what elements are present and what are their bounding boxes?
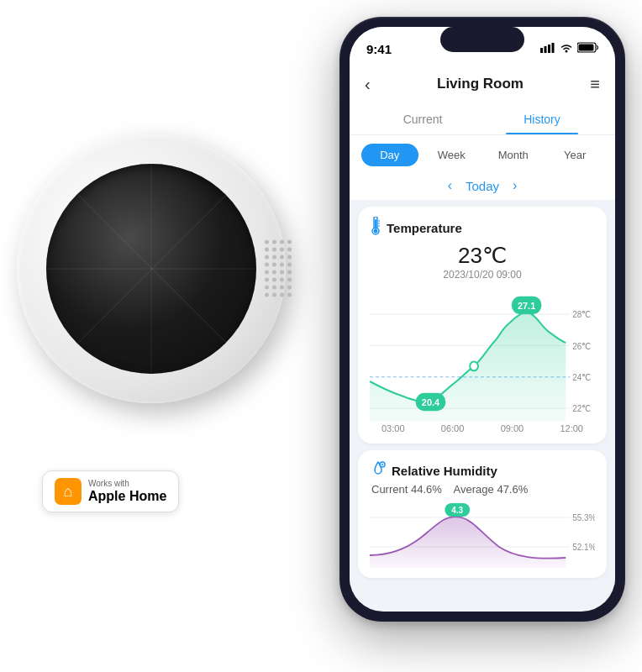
- date-nav: ‹ Today ›: [350, 175, 615, 200]
- phone-frame: 9:41: [339, 17, 625, 622]
- svg-rect-0: [540, 48, 543, 53]
- svg-text:4.3: 4.3: [451, 506, 463, 515]
- dynamic-island: [440, 27, 524, 52]
- apple-home-icon: ⌂: [55, 478, 82, 505]
- device-container: ⌂ Works with Apple Home: [17, 134, 303, 496]
- x-label-0: 03:00: [382, 423, 405, 433]
- humidity-icon: [370, 460, 387, 481]
- nav-bar: ‹ Living Room ≡: [350, 64, 615, 104]
- tab-current[interactable]: Current: [363, 104, 482, 134]
- signal-icon: [540, 43, 555, 55]
- temp-card-title: Temperature: [387, 221, 462, 235]
- device-screen: [46, 164, 256, 374]
- period-selector: Day Week Month Year: [350, 135, 615, 175]
- scene: ⌂ Works with Apple Home 9:41: [0, 0, 642, 672]
- phone-container: 9:41: [339, 17, 625, 622]
- svg-text:26℃: 26℃: [572, 341, 591, 350]
- chart-x-labels: 03:00 06:00 09:00 12:00: [370, 422, 595, 433]
- x-label-1: 06:00: [441, 423, 465, 433]
- period-year-button[interactable]: Year: [547, 144, 604, 166]
- temp-date: 2023/10/20 09:00: [370, 269, 595, 281]
- svg-text:28℃: 28℃: [572, 310, 591, 319]
- wifi-icon: [560, 43, 573, 55]
- home-icon-glyph: ⌂: [64, 483, 73, 501]
- svg-text:27.1: 27.1: [518, 300, 535, 310]
- nav-back-button[interactable]: ‹: [365, 75, 371, 94]
- svg-rect-2: [548, 45, 550, 53]
- svg-point-9: [374, 229, 378, 234]
- humidity-current-value: 44.6%: [411, 483, 442, 496]
- temp-card-header: Temperature: [370, 217, 595, 239]
- apple-home-text: Works with Apple Home: [88, 479, 166, 504]
- status-time: 9:41: [366, 42, 392, 56]
- date-prev-button[interactable]: ‹: [448, 178, 452, 193]
- battery-icon: [577, 42, 598, 55]
- humidity-average-value: 47.6%: [497, 483, 528, 496]
- apple-home-badge: ⌂ Works with Apple Home: [42, 470, 179, 512]
- main-tabs: Current History: [350, 104, 615, 135]
- period-day-button[interactable]: Day: [361, 144, 418, 166]
- svg-rect-3: [552, 43, 555, 53]
- works-with-label: Works with: [88, 479, 166, 488]
- period-week-button[interactable]: Week: [424, 144, 481, 166]
- content-area: Temperature 23℃ 2023/10/20 09:00: [350, 200, 615, 585]
- temp-value: 23℃: [370, 243, 595, 269]
- humidity-card: Relative Humidity Current 44.6% Average …: [358, 450, 607, 578]
- svg-rect-6: [579, 45, 594, 51]
- thermometer-icon: [370, 217, 382, 239]
- nav-menu-button[interactable]: ≡: [590, 75, 600, 94]
- svg-text:55.3%: 55.3%: [572, 513, 595, 522]
- temperature-chart: 27.1 20.4 28℃ 26℃ 24℃ 22℃: [370, 287, 595, 422]
- status-icons: [540, 42, 598, 55]
- temperature-card: Temperature 23℃ 2023/10/20 09:00: [358, 207, 607, 444]
- phone-screen: 9:41: [350, 27, 615, 612]
- x-label-3: 12:00: [560, 423, 583, 433]
- device-speaker: [265, 240, 292, 298]
- humidity-average-label: Average: [454, 483, 494, 496]
- svg-point-19: [470, 362, 478, 371]
- apple-home-label: Apple Home: [88, 488, 166, 504]
- tab-history[interactable]: History: [482, 104, 602, 134]
- humidity-chart: 4.3 55.3% 52.1%: [370, 501, 595, 568]
- date-label: Today: [466, 179, 499, 193]
- nav-title: Living Room: [437, 76, 524, 92]
- humidity-stats: Current 44.6% Average 47.6%: [371, 483, 595, 496]
- humidity-card-title: Relative Humidity: [392, 464, 497, 478]
- period-month-button[interactable]: Month: [485, 144, 542, 166]
- svg-text:52.1%: 52.1%: [572, 543, 595, 552]
- x-label-2: 09:00: [501, 423, 524, 433]
- svg-rect-10: [375, 219, 376, 228]
- humidity-card-header: Relative Humidity: [370, 460, 595, 481]
- svg-text:22℃: 22℃: [572, 404, 591, 413]
- humidity-current-label: Current: [371, 483, 408, 496]
- date-next-button[interactable]: ›: [513, 178, 517, 193]
- device-body: [17, 134, 286, 403]
- svg-point-4: [566, 50, 568, 52]
- svg-text:24℃: 24℃: [572, 373, 591, 382]
- svg-rect-1: [545, 46, 547, 53]
- svg-text:20.4: 20.4: [422, 396, 440, 407]
